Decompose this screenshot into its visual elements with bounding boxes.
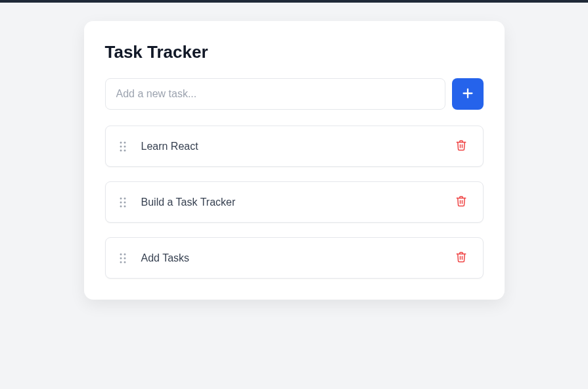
drag-handle-icon[interactable] xyxy=(119,196,127,208)
task-label: Build a Task Tracker xyxy=(141,196,453,208)
new-task-input[interactable] xyxy=(105,78,445,110)
delete-task-button[interactable] xyxy=(453,193,470,212)
svg-point-3 xyxy=(124,141,125,143)
svg-point-2 xyxy=(120,141,122,143)
svg-point-9 xyxy=(124,197,125,199)
delete-task-button[interactable] xyxy=(453,248,470,267)
task-row: Add Tasks xyxy=(105,237,484,279)
task-row: Learn React xyxy=(105,126,484,167)
svg-point-10 xyxy=(120,201,122,203)
svg-point-4 xyxy=(120,145,122,147)
trash-icon xyxy=(455,139,467,153)
svg-point-11 xyxy=(124,201,125,203)
task-label: Learn React xyxy=(141,141,453,152)
svg-point-8 xyxy=(120,197,122,199)
svg-point-17 xyxy=(124,257,125,259)
svg-point-12 xyxy=(120,205,122,207)
page-title: Task Tracker xyxy=(105,42,484,62)
svg-point-7 xyxy=(124,149,125,151)
task-row: Build a Task Tracker xyxy=(105,181,484,223)
task-tracker-card: Task Tracker xyxy=(84,21,505,300)
drag-handle-icon[interactable] xyxy=(119,252,127,264)
plus-icon xyxy=(461,86,475,103)
trash-icon xyxy=(455,251,467,265)
trash-icon xyxy=(455,195,467,209)
task-label: Add Tasks xyxy=(141,252,453,264)
delete-task-button[interactable] xyxy=(453,137,470,156)
svg-point-16 xyxy=(120,257,122,259)
drag-handle-icon[interactable] xyxy=(119,141,127,152)
svg-point-14 xyxy=(120,253,122,255)
add-task-row xyxy=(105,78,484,110)
page-container: Task Tracker xyxy=(0,3,588,300)
svg-point-5 xyxy=(124,145,125,147)
svg-point-15 xyxy=(124,253,125,255)
task-list: Learn React xyxy=(105,126,484,279)
svg-point-19 xyxy=(124,261,125,263)
add-task-button[interactable] xyxy=(452,78,484,110)
svg-point-6 xyxy=(120,149,122,151)
svg-point-13 xyxy=(124,205,125,207)
svg-point-18 xyxy=(120,261,122,263)
